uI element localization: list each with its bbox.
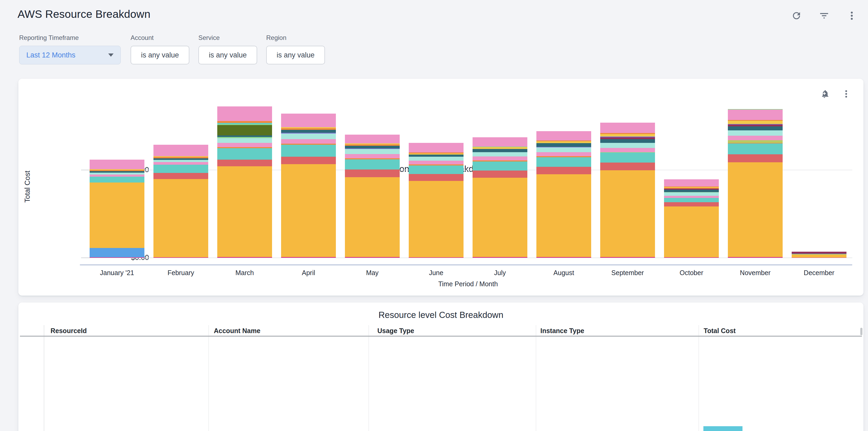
bar-segment-pink[interactable] xyxy=(90,160,145,169)
bar-segment-pink[interactable] xyxy=(217,143,272,147)
bar-segment-pink[interactable] xyxy=(536,152,591,156)
stacked-bar-March[interactable] xyxy=(217,106,272,258)
bar-segment-amber[interactable] xyxy=(728,162,783,257)
bar-segment-teal[interactable] xyxy=(664,198,719,202)
bar-segment-teal[interactable] xyxy=(600,153,655,162)
bar-segment-dark_teal[interactable] xyxy=(409,155,464,157)
stacked-bar-September[interactable] xyxy=(600,123,655,258)
bar-segment-pink[interactable] xyxy=(90,175,145,177)
bar-segment-red[interactable] xyxy=(281,157,336,164)
bar-segment-pink[interactable] xyxy=(409,161,464,164)
bar-segment-pink[interactable] xyxy=(345,134,400,144)
stacked-bar-February[interactable] xyxy=(153,145,208,258)
bar-segment-amber[interactable] xyxy=(345,177,400,257)
bar-segment-teal[interactable] xyxy=(728,144,783,154)
bar-segment-amber[interactable] xyxy=(792,254,846,257)
more-vert-icon[interactable] xyxy=(841,88,852,99)
vertical-scrollbar[interactable] xyxy=(860,328,862,335)
bar-segment-teal[interactable] xyxy=(409,165,464,174)
bar-segment-pale_teal[interactable] xyxy=(472,152,527,156)
bar-segment-amber[interactable] xyxy=(409,181,464,257)
stacked-bar-July[interactable] xyxy=(472,137,527,258)
stacked-bar-May[interactable] xyxy=(345,134,400,258)
column-header-instance-type[interactable]: Instance Type xyxy=(540,327,584,335)
bar-segment-teal[interactable] xyxy=(345,159,400,170)
bar-segment-magenta[interactable] xyxy=(536,257,591,258)
filter-icon[interactable] xyxy=(818,10,830,21)
bar-segment-teal[interactable] xyxy=(90,177,145,183)
bar-segment-blue[interactable] xyxy=(90,248,145,257)
bar-segment-teal[interactable] xyxy=(281,145,336,157)
bar-segment-pink[interactable] xyxy=(728,136,783,140)
bar-segment-dark_teal[interactable] xyxy=(536,143,591,147)
stacked-bar-June[interactable] xyxy=(409,143,464,258)
bar-segment-pink[interactable] xyxy=(281,114,336,127)
bar-segment-olive[interactable] xyxy=(217,125,272,136)
bar-segment-amber[interactable] xyxy=(664,207,719,257)
bar-segment-red[interactable] xyxy=(536,167,591,174)
bar-segment-pink[interactable] xyxy=(217,106,272,121)
bar-segment-magenta[interactable] xyxy=(90,257,145,258)
bar-segment-magenta[interactable] xyxy=(792,257,846,258)
stacked-bar-October[interactable] xyxy=(664,179,719,258)
stacked-bar-December[interactable] xyxy=(792,252,846,258)
bar-segment-maroon[interactable] xyxy=(600,137,655,139)
bar-segment-pale_teal[interactable] xyxy=(90,173,145,175)
bar-segment-magenta[interactable] xyxy=(409,257,464,258)
service-filter-button[interactable]: is any value xyxy=(198,46,257,64)
bar-segment-pink[interactable] xyxy=(536,131,591,141)
bar-segment-teal[interactable] xyxy=(217,148,272,160)
column-header-resource-id[interactable]: ResourceId xyxy=(51,327,87,335)
bar-segment-dark_teal[interactable] xyxy=(472,149,527,152)
x-axis-brush-bar[interactable] xyxy=(80,264,852,266)
bar-segment-pink[interactable] xyxy=(281,139,336,144)
account-filter-button[interactable]: is any value xyxy=(131,46,189,64)
column-header-usage-type[interactable]: Usage Type xyxy=(377,327,414,335)
bar-segment-magenta[interactable] xyxy=(153,257,208,258)
bar-segment-pink[interactable] xyxy=(728,110,783,120)
bar-segment-magenta[interactable] xyxy=(472,257,527,258)
bar-segment-pale_teal[interactable] xyxy=(153,160,208,162)
bar-segment-teal[interactable] xyxy=(472,161,527,171)
bar-segment-pink[interactable] xyxy=(664,196,719,198)
bar-segment-pink[interactable] xyxy=(664,179,719,186)
bar-segment-dark_teal[interactable] xyxy=(600,139,655,143)
bar-segment-maroon[interactable] xyxy=(792,252,846,254)
bar-segment-red[interactable] xyxy=(664,202,719,207)
stacked-bar-November[interactable] xyxy=(728,109,783,258)
bar-segment-yellow_green[interactable] xyxy=(728,140,783,143)
bar-segment-teal[interactable] xyxy=(536,157,591,166)
stacked-bar-April[interactable] xyxy=(281,114,336,258)
bar-segment-orange[interactable] xyxy=(217,121,272,123)
bar-segment-pale_teal[interactable] xyxy=(664,192,719,195)
bar-segment-amber[interactable] xyxy=(472,178,527,257)
bar-segment-magenta[interactable] xyxy=(217,257,272,258)
bar-segment-teal[interactable] xyxy=(153,165,208,173)
bar-segment-amber[interactable] xyxy=(600,170,655,257)
bar-segment-pale_teal[interactable] xyxy=(536,147,591,152)
bar-segment-pale_teal[interactable] xyxy=(281,133,336,139)
stacked-bar-January '21[interactable] xyxy=(90,160,145,258)
bar-segment-amber[interactable] xyxy=(281,164,336,257)
bar-segment-gold[interactable] xyxy=(536,141,591,143)
bar-segment-amber[interactable] xyxy=(153,179,208,257)
bar-segment-dark_teal[interactable] xyxy=(345,146,400,149)
bar-segment-maroon[interactable] xyxy=(728,124,783,126)
bar-segment-pink[interactable] xyxy=(472,137,527,147)
bar-segment-magenta[interactable] xyxy=(281,257,336,258)
bar-segment-dark_teal[interactable] xyxy=(281,130,336,133)
bar-segment-pink[interactable] xyxy=(600,123,655,133)
bar-segment-red[interactable] xyxy=(728,154,783,162)
bar-segment-gold[interactable] xyxy=(472,147,527,149)
region-filter-button[interactable]: is any value xyxy=(266,46,325,64)
bar-segment-pink[interactable] xyxy=(153,162,208,165)
bar-segment-red[interactable] xyxy=(600,162,655,170)
bar-segment-red[interactable] xyxy=(217,160,272,166)
bar-segment-dark_teal[interactable] xyxy=(664,190,719,192)
bar-segment-pale_teal[interactable] xyxy=(345,149,400,154)
bar-segment-red[interactable] xyxy=(409,174,464,181)
more-vert-icon[interactable] xyxy=(846,10,857,21)
bar-segment-magenta[interactable] xyxy=(728,257,783,258)
bar-segment-magenta[interactable] xyxy=(600,257,655,258)
bar-segment-pink[interactable] xyxy=(153,145,208,156)
